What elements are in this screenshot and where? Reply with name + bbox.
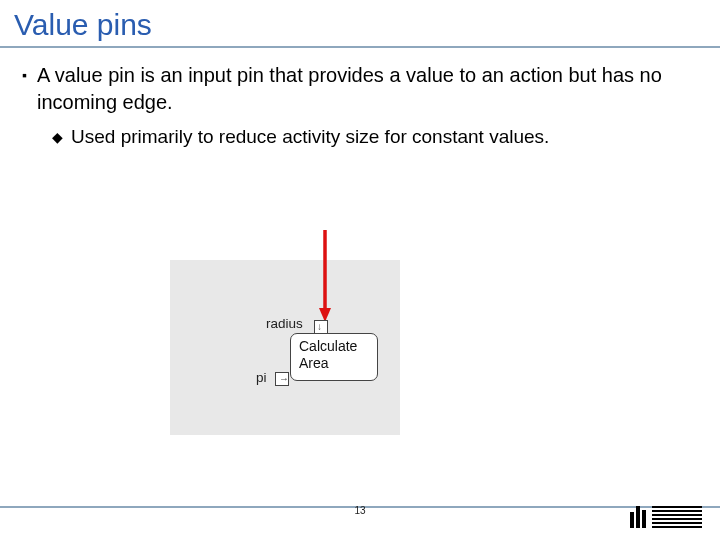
slide: Value pins ▪ A value pin is an input pin… xyxy=(0,0,720,540)
square-bullet-icon: ▪ xyxy=(22,62,27,116)
radius-label: radius xyxy=(266,316,303,331)
bullet-text: A value pin is an input pin that provide… xyxy=(37,62,698,116)
page-number: 13 xyxy=(0,505,720,516)
input-pin-top: ↓ xyxy=(314,320,328,334)
logo-bar xyxy=(642,510,646,528)
diamond-bullet-icon: ◆ xyxy=(52,124,63,150)
bullet-level2: ◆ Used primarily to reduce activity size… xyxy=(52,124,698,150)
uml-diagram: radius ↓ Calculate Area pi → xyxy=(170,260,400,435)
pi-label: pi xyxy=(256,370,267,385)
title-underline xyxy=(0,46,720,48)
action-node: Calculate Area xyxy=(290,333,378,381)
diagram-background: radius ↓ Calculate Area pi → xyxy=(170,260,400,435)
right-arrow-icon: → xyxy=(279,374,289,384)
logo-stripes xyxy=(652,506,702,528)
slide-body: ▪ A value pin is an input pin that provi… xyxy=(0,62,720,150)
bullet-text: Used primarily to reduce activity size f… xyxy=(71,124,549,150)
page-title: Value pins xyxy=(0,0,720,46)
logo-bar xyxy=(630,512,634,528)
logo-bar xyxy=(636,506,640,528)
red-arrow-icon xyxy=(317,230,333,322)
down-arrow-icon: ↓ xyxy=(317,322,322,332)
ibm-logo xyxy=(630,506,702,528)
value-pin-left: → xyxy=(275,372,289,386)
bullet-level1: ▪ A value pin is an input pin that provi… xyxy=(22,62,698,116)
